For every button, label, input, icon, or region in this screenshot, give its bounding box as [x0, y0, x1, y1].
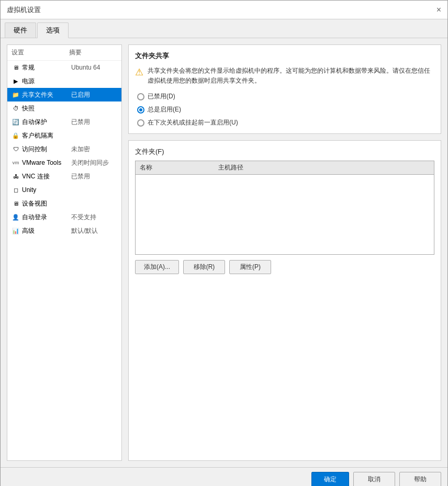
nav-label: 访问控制 — [22, 145, 69, 154]
nav-item-vnc[interactable]: 🖧 VNC 连接 已禁用 — [7, 169, 121, 183]
general-icon: 🖥 — [12, 63, 20, 72]
nav-label: VNC 连接 — [22, 172, 69, 181]
folder-icon: 📁 — [12, 91, 20, 99]
nav-summary: 已启用 — [71, 91, 117, 99]
warning-row: ⚠ 共享文件夹会将您的文件显示给虚拟机中的程序。这可能为您的计算机和数据带来风险… — [135, 66, 434, 86]
nav-label: VMware Tools — [22, 159, 69, 166]
power-icon: ▶ — [12, 77, 20, 85]
nav-item-snapshot[interactable]: ⏱ 快照 — [7, 101, 121, 115]
panel-header: 设置 摘要 — [7, 45, 121, 61]
folder-section-title: 文件夹(F) — [135, 147, 434, 156]
nav-label: 高级 — [22, 227, 69, 235]
folder-actions: 添加(A)... 移除(R) 属性(P) — [135, 260, 434, 274]
nav-item-shared-folders[interactable]: 📁 共享文件夹 已启用 — [7, 88, 121, 101]
autoprotect-icon: 🔄 — [12, 118, 20, 126]
nav-summary: Ubuntu 64 — [71, 64, 117, 71]
col-path-header: 主机路径 — [218, 163, 430, 172]
tab-hardware[interactable]: 硬件 — [5, 22, 36, 38]
nav-item-isolation[interactable]: 🔒 客户机隔离 — [7, 129, 121, 142]
nav-item-auto-login[interactable]: 👤 自动登录 不受支持 — [7, 210, 121, 224]
window-title: 虚拟机设置 — [7, 5, 41, 15]
title-bar: 虚拟机设置 × — [1, 1, 447, 19]
nav-label: 常规 — [22, 63, 69, 72]
nav-item-unity[interactable]: ◻ Unity — [7, 183, 121, 197]
nav-summary: 关闭时间同步 — [71, 159, 117, 167]
add-button[interactable]: 添加(A)... — [135, 260, 179, 274]
warning-text: 共享文件夹会将您的文件显示给虚拟机中的程序。这可能为您的计算机和数据带来风险。请… — [148, 66, 434, 86]
nav-label: 自动登录 — [22, 213, 69, 222]
nav-summary: 不受支持 — [71, 213, 117, 222]
isolation-icon: 🔒 — [12, 131, 20, 140]
table-header: 名称 主机路径 — [136, 161, 434, 175]
right-panel: 文件夹共享 ⚠ 共享文件夹会将您的文件显示给虚拟机中的程序。这可能为您的计算机和… — [128, 44, 441, 461]
nav-label: 快照 — [22, 104, 69, 113]
radio-circle-disabled — [137, 93, 144, 100]
radio-label-always: 总是启用(E) — [148, 105, 181, 114]
left-panel: 设置 摘要 🖥 常规 Ubuntu 64 ▶ 电源 📁 共享文件夹 已启用 ⏱ — [7, 44, 122, 461]
close-button[interactable]: × — [436, 6, 441, 14]
radio-disabled[interactable]: 已禁用(D) — [137, 92, 434, 101]
access-icon: 🛡 — [12, 145, 20, 153]
shared-folders-section: 文件夹共享 ⚠ 共享文件夹会将您的文件显示给虚拟机中的程序。这可能为您的计算机和… — [128, 44, 441, 134]
nav-item-power[interactable]: ▶ 电源 — [7, 74, 121, 88]
nav-item-general[interactable]: 🖥 常规 Ubuntu 64 — [7, 61, 121, 74]
radio-until-shutdown[interactable]: 在下次关机或挂起前一直启用(U) — [137, 118, 434, 127]
nav-label: 客户机隔离 — [22, 131, 69, 140]
nav-label: Unity — [22, 186, 69, 194]
nav-label: 自动保护 — [22, 118, 69, 127]
radio-always[interactable]: 总是启用(E) — [137, 105, 434, 114]
nav-label: 设备视图 — [22, 199, 69, 208]
vmwaretools-icon: vm — [12, 159, 20, 167]
deviceview-icon: 🖥 — [12, 199, 20, 208]
radio-label-disabled: 已禁用(D) — [148, 92, 175, 101]
remove-button[interactable]: 移除(R) — [183, 260, 225, 274]
advanced-icon: 📊 — [12, 227, 20, 235]
main-content: 设置 摘要 🖥 常规 Ubuntu 64 ▶ 电源 📁 共享文件夹 已启用 ⏱ — [1, 38, 447, 467]
tab-options[interactable]: 选项 — [37, 22, 69, 38]
ok-button[interactable]: 确定 — [311, 472, 349, 486]
radio-circle-always — [137, 106, 144, 114]
nav-summary: 未加密 — [71, 145, 117, 154]
table-body — [136, 175, 434, 179]
nav-item-advanced[interactable]: 📊 高级 默认/默认 — [7, 224, 121, 238]
properties-button[interactable]: 属性(P) — [229, 260, 271, 274]
autologin-icon: 👤 — [12, 213, 20, 221]
nav-item-access-control[interactable]: 🛡 访问控制 未加密 — [7, 142, 121, 156]
unity-icon: ◻ — [12, 186, 20, 194]
col-name-header: 名称 — [140, 163, 218, 172]
nav-summary: 已禁用 — [71, 118, 117, 127]
radio-label-shutdown: 在下次关机或挂起前一直启用(U) — [148, 118, 238, 127]
header-summary: 摘要 — [69, 48, 117, 57]
nav-item-auto-protect[interactable]: 🔄 自动保护 已禁用 — [7, 115, 121, 129]
vnc-icon: 🖧 — [12, 172, 20, 180]
cancel-button[interactable]: 取消 — [353, 472, 395, 486]
nav-label: 电源 — [22, 77, 69, 86]
warning-icon: ⚠ — [135, 66, 143, 78]
nav-label: 共享文件夹 — [22, 91, 69, 99]
radio-group: 已禁用(D) 总是启用(E) 在下次关机或挂起前一直启用(U) — [137, 92, 434, 127]
nav-item-device-view[interactable]: 🖥 设备视图 — [7, 197, 121, 210]
radio-circle-shutdown — [137, 119, 144, 127]
main-window: 虚拟机设置 × 硬件 选项 设置 摘要 🖥 常规 Ubuntu 64 ▶ 电源 — [0, 0, 448, 486]
nav-summary: 默认/默认 — [71, 227, 117, 235]
tabs-bar: 硬件 选项 — [1, 19, 447, 38]
folder-section: 文件夹(F) 名称 主机路径 添加(A)... 移除(R) 属性(P) — [128, 140, 441, 461]
help-button[interactable]: 帮助 — [399, 472, 441, 486]
bottom-bar: 确定 取消 帮助 — [1, 467, 447, 486]
shared-folders-title: 文件夹共享 — [135, 51, 434, 61]
header-settings: 设置 — [12, 48, 69, 57]
folder-table[interactable]: 名称 主机路径 — [135, 161, 434, 255]
nav-item-vmware-tools[interactable]: vm VMware Tools 关闭时间同步 — [7, 156, 121, 169]
nav-summary: 已禁用 — [71, 172, 117, 181]
snapshot-icon: ⏱ — [12, 104, 20, 112]
